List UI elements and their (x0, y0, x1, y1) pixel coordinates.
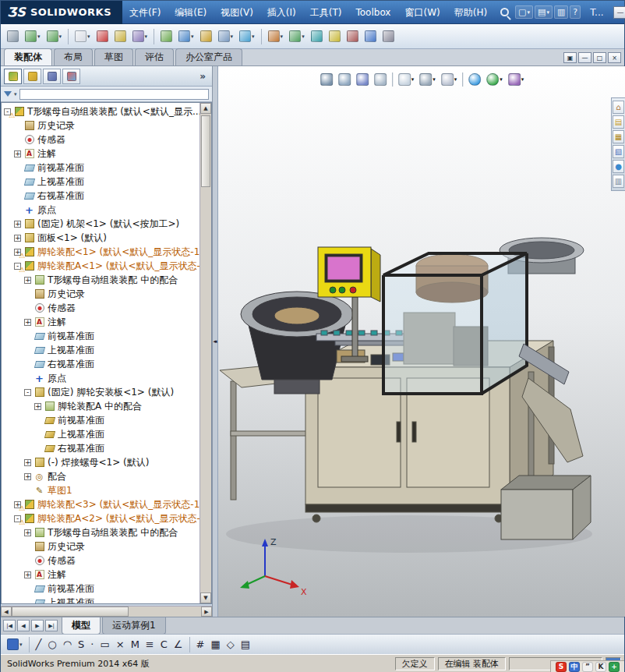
spline-icon[interactable]: S (76, 638, 87, 652)
display-style-icon[interactable]: ▾ (418, 72, 437, 87)
tree-item[interactable]: 传感器 (2, 554, 200, 568)
mass-properties-icon[interactable] (380, 28, 397, 44)
menu-item[interactable]: 视图(V) (214, 1, 260, 24)
tab-办公室产品[interactable]: 办公室产品 (175, 48, 242, 65)
mate-icon[interactable] (198, 28, 214, 44)
tab-布局[interactable]: 布局 (54, 48, 93, 65)
plane-icon[interactable]: ◇ (224, 638, 237, 652)
tree-item[interactable]: +T形螺母自动组装装配 中的配合 (2, 525, 200, 539)
minimize-button[interactable]: — (613, 6, 625, 19)
point-icon[interactable]: · (88, 638, 96, 652)
tree-item[interactable]: +A注解 (2, 315, 200, 329)
solidworks-resources-icon[interactable]: ⌂ (613, 101, 624, 114)
configurationmanager-tab[interactable] (43, 69, 61, 84)
scroll-right-icon[interactable]: ▶ (201, 607, 212, 617)
tree-item[interactable]: 上视基准面 (2, 427, 200, 441)
tree-item[interactable]: 右视基准面 (2, 441, 200, 455)
filter-icon[interactable] (4, 91, 12, 97)
tree-item[interactable]: +◎配合 (2, 469, 200, 483)
tree-item[interactable]: 传感器 (2, 301, 200, 315)
tree-item[interactable]: ✎草图1 (2, 483, 200, 497)
panel-splitter[interactable]: ◂◂ (213, 66, 218, 617)
bill-of-materials-icon[interactable] (309, 28, 325, 44)
view-orientation-icon[interactable]: ▾ (397, 72, 416, 87)
section-view-icon[interactable] (373, 72, 388, 87)
scroll-left-icon[interactable]: ◀ (1, 607, 12, 617)
arc-icon[interactable]: ◠ (61, 638, 74, 652)
view-palette-icon[interactable]: ▧ (613, 145, 624, 158)
tree-item[interactable]: 右视基准面 (2, 189, 200, 203)
save-document-icon[interactable]: ▥ (554, 5, 568, 19)
expand-icon[interactable]: + (14, 221, 21, 228)
propertymanager-tab[interactable] (23, 69, 41, 84)
rebuild-icon[interactable] (94, 28, 111, 44)
menu-item[interactable]: 帮助(H) (447, 1, 494, 24)
tab-scroll-button[interactable]: ◀ (17, 620, 30, 631)
doc-minimize-button[interactable]: — (578, 52, 591, 63)
file-properties-icon[interactable] (112, 28, 129, 44)
doc-close-button[interactable]: × (608, 52, 621, 63)
sogou-input-icon[interactable]: S (556, 662, 567, 672)
displaymanager-tab[interactable] (62, 69, 80, 84)
print-icon[interactable] (5, 28, 21, 44)
zoom-area-icon[interactable] (337, 72, 352, 87)
offset-entities-icon[interactable]: ≡ (143, 638, 157, 652)
filter-input[interactable] (19, 89, 209, 100)
tree-item[interactable]: +T形螺母自动组装装配 中的配合 (2, 273, 200, 287)
scroll-down-icon[interactable]: ▼ (200, 592, 211, 603)
trim-entities-icon[interactable]: × (114, 638, 127, 652)
tab-模型[interactable]: 模型 (62, 617, 101, 635)
expand-icon[interactable]: + (24, 529, 31, 536)
tree-item[interactable]: +原点 (2, 371, 200, 385)
tree-item[interactable]: 上视基准面 (2, 175, 200, 189)
assembly-features-icon[interactable]: ▾ (266, 28, 286, 44)
expand-icon[interactable]: + (24, 473, 31, 480)
edit-component-icon[interactable] (158, 28, 175, 44)
tree-item[interactable]: +脚轮装配A 中的配合 (2, 399, 200, 413)
tree-item[interactable]: +⚠脚轮装配<3> (默认<默认_显示状态-1 (2, 497, 200, 511)
convert-entities-icon[interactable]: C (158, 638, 170, 652)
featuremanager-tab[interactable] (4, 69, 22, 84)
tree-horizontal-scrollbar[interactable]: ◀ ▶ (1, 606, 212, 617)
redo-icon[interactable]: ▾ (44, 28, 65, 44)
vertical-scrollbar-thumb[interactable] (201, 115, 210, 187)
scroll-up-icon[interactable]: ▲ (200, 103, 211, 114)
doc-restore-button[interactable]: □ (593, 52, 606, 63)
view-settings-icon[interactable]: ▾ (507, 72, 526, 87)
search-icon[interactable] (500, 8, 509, 16)
tree-item[interactable]: +A注解 (2, 568, 200, 582)
expand-icon[interactable]: + (24, 277, 31, 284)
tab-装配体[interactable]: 装配体 (4, 48, 52, 65)
zoom-fit-icon[interactable] (319, 72, 334, 87)
menu-item[interactable]: 工具(T) (303, 1, 349, 24)
tree-item[interactable]: 前视基准面 (2, 413, 200, 427)
tab-评估[interactable]: 评估 (135, 48, 174, 65)
menu-item[interactable]: Toolbox (348, 1, 397, 24)
filter-caret-icon[interactable]: ▾ (14, 91, 17, 97)
insert-components-icon[interactable]: ▾ (176, 28, 196, 44)
expand-icon[interactable]: + (14, 235, 21, 242)
tree-item[interactable]: 前视基准面 (2, 161, 200, 175)
tree-item[interactable]: 上视基准面 (2, 343, 200, 357)
new-document-icon[interactable]: ▢▾ (515, 5, 533, 19)
tree-item[interactable]: +原点 (2, 203, 200, 217)
ime-keyboard-icon[interactable]: K (595, 662, 606, 672)
mirror-entities-icon[interactable]: M (129, 638, 142, 652)
open-document-icon[interactable]: ▤▾ (535, 5, 553, 19)
custom-properties-icon[interactable]: ▥ (613, 175, 624, 188)
tree-item[interactable]: +⚠脚轮装配<1> (默认<默认_显示状态-1 (2, 245, 200, 259)
hide-show-items-icon[interactable]: ▾ (440, 72, 459, 87)
menu-item[interactable]: 编辑(E) (168, 1, 214, 24)
splitter-collapse-icon[interactable]: ◂◂ (213, 338, 215, 345)
tile-windows-button[interactable]: ▣ (563, 52, 577, 63)
tab-草图[interactable]: 草图 (94, 48, 133, 65)
undo-icon[interactable]: ▾ (23, 28, 43, 44)
tab-scroll-button[interactable]: ▶ (31, 620, 44, 631)
tab-scroll-button[interactable]: ▶| (45, 620, 58, 631)
line-icon[interactable]: ╱ (34, 638, 44, 652)
tree-item[interactable]: +(固定) 机架<1> (默认<按加工>) (2, 217, 200, 231)
tree-item[interactable]: 右视基准面 (2, 357, 200, 371)
tree-item[interactable]: 历史记录 (2, 118, 200, 133)
move-component-icon[interactable]: ▾ (237, 28, 257, 44)
expand-icon[interactable]: + (24, 571, 31, 578)
